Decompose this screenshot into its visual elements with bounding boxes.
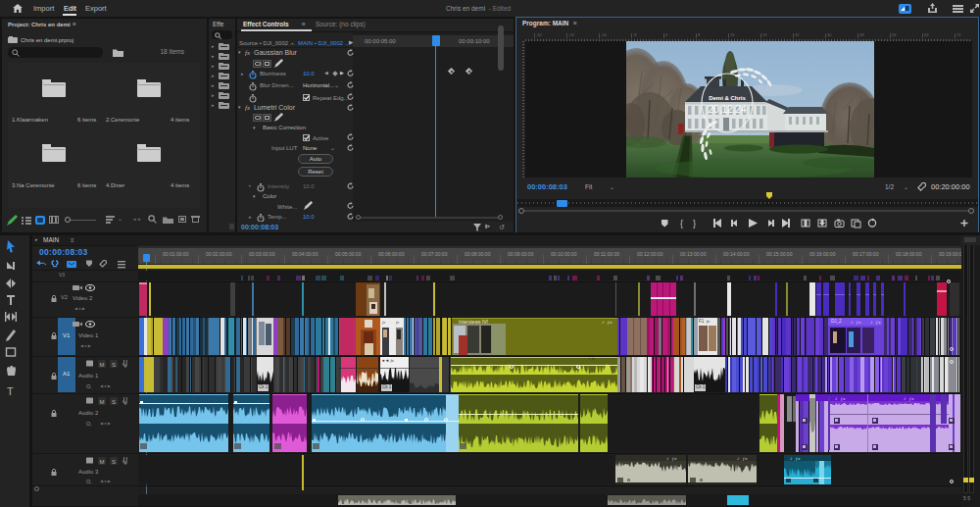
svg-text:20.12.24: 20.12.24 [709,104,747,115]
svg-text:M: M [100,459,105,465]
svg-text:S: S [112,459,116,465]
svg-text:M: M [100,399,105,405]
svg-text:Demi & Chris: Demi & Chris [709,95,746,101]
svg-text:{: { [680,219,683,228]
svg-text:}: } [693,219,696,228]
svg-text:T: T [7,385,14,397]
svg-text:S: S [112,399,116,405]
svg-text:M: M [100,362,105,368]
svg-text:S: S [112,362,116,368]
